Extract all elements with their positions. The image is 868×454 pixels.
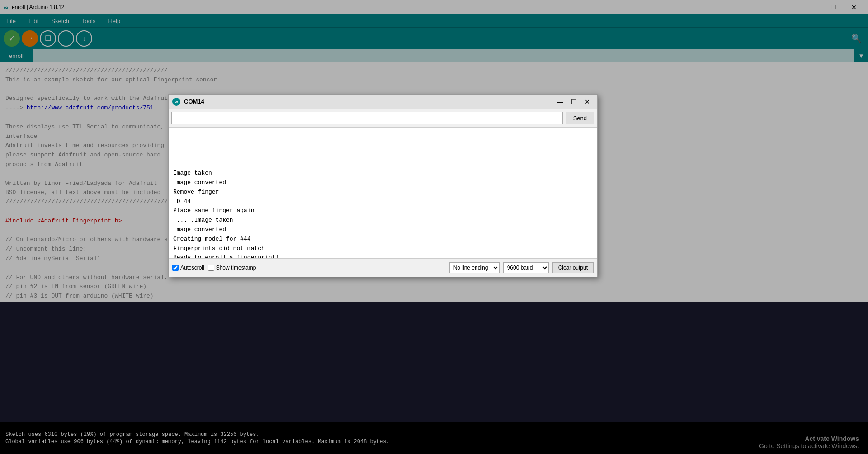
sm-title-left: ∞ COM14 xyxy=(172,98,204,106)
sm-bottom-row: Autoscroll Show timestamp No line ending… xyxy=(169,259,597,277)
sm-output-area[interactable]: . . . . Image taken Image converted Remo… xyxy=(169,128,597,259)
sm-logo: ∞ xyxy=(172,98,180,106)
sm-title: COM14 xyxy=(184,98,204,105)
sm-input-row: Send xyxy=(169,109,597,128)
output-line-2: . xyxy=(173,141,593,150)
serial-monitor: ∞ COM14 — ☐ ✕ Send . . . . Image taken I… xyxy=(168,94,598,277)
output-line-7: Remove finger xyxy=(173,188,593,197)
output-line-11: Image converted xyxy=(173,225,593,235)
output-line-3: . xyxy=(173,150,593,160)
autoscroll-text: Autoscroll xyxy=(180,265,204,271)
sm-close-button[interactable]: ✕ xyxy=(581,96,594,107)
output-line-4: . xyxy=(173,159,593,169)
baud-rate-select[interactable]: 300 baud 1200 baud 2400 baud 4800 baud 9… xyxy=(503,262,549,273)
output-line-12: Creating model for #44 xyxy=(173,235,593,244)
autoscroll-checkbox[interactable] xyxy=(172,265,179,271)
serial-monitor-title-bar: ∞ COM14 — ☐ ✕ xyxy=(169,95,597,109)
modal-overlay: ∞ COM14 — ☐ ✕ Send . . . . Image taken I… xyxy=(0,0,868,454)
autoscroll-label[interactable]: Autoscroll xyxy=(172,265,204,271)
output-line-1: . xyxy=(173,131,593,141)
sm-send-input[interactable] xyxy=(171,112,563,124)
sm-controls: — ☐ ✕ xyxy=(554,96,594,107)
output-line-6: Image converted xyxy=(173,178,593,188)
output-line-13: Fingerprints did not match xyxy=(173,244,593,254)
output-line-10: ......Image taken xyxy=(173,216,593,225)
show-timestamp-text: Show timestamp xyxy=(216,265,256,271)
output-line-9: Place same finger again xyxy=(173,206,593,216)
sm-maximize-button[interactable]: ☐ xyxy=(567,96,580,107)
clear-output-button[interactable]: Clear output xyxy=(552,262,594,273)
sm-minimize-button[interactable]: — xyxy=(554,96,566,107)
output-line-14: Ready to enroll a fingerprint! xyxy=(173,253,593,259)
show-timestamp-label[interactable]: Show timestamp xyxy=(208,265,256,271)
sm-send-button[interactable]: Send xyxy=(566,112,594,124)
output-line-8: ID 44 xyxy=(173,197,593,207)
show-timestamp-checkbox[interactable] xyxy=(208,265,214,271)
line-ending-select[interactable]: No line ending Newline Carriage return B… xyxy=(449,262,500,273)
output-line-5: Image taken xyxy=(173,169,593,178)
